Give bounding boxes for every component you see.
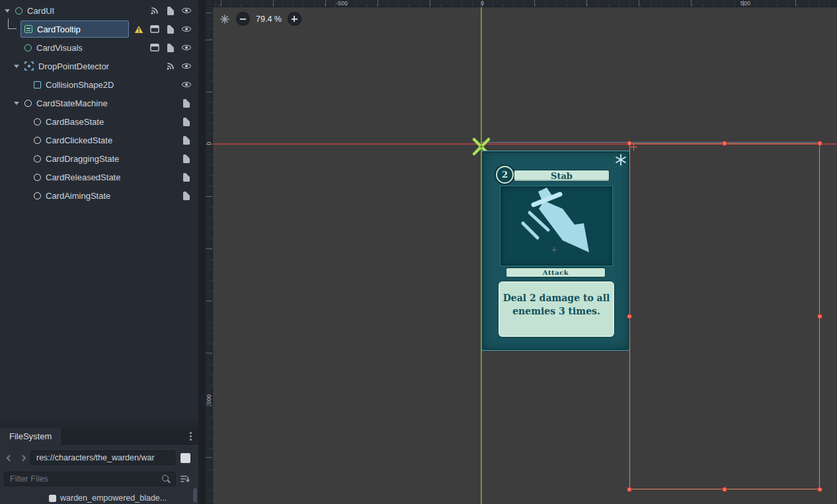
node-label: CardUI [27,6,54,16]
ruler-label: 0 [206,139,212,147]
node-label: CardStateMachine [36,98,108,108]
filesystem-scrollbar[interactable] [193,488,197,503]
vboxcontainer-node-icon [24,25,32,33]
scene-tree-panel: CardUI CardTooltip [0,0,198,420]
node-label: DropPointDetector [38,61,109,71]
card-art [500,186,613,266]
area2d-node-icon [24,61,34,71]
filter-files-input[interactable] [4,472,176,486]
node-label: CardBaseState [46,117,104,127]
tree-node-cardstatemachine[interactable]: CardStateMachine [0,94,198,112]
resize-handle-middle-right[interactable] [817,314,822,319]
tree-node-cardtooltip[interactable]: CardTooltip [0,20,198,38]
control-node-icon [15,7,22,15]
zoom-widget: 79.4 % [219,13,301,25]
tab-filesystem[interactable]: FileSystem [0,428,61,445]
filesystem-nav-row [3,450,196,466]
visibility-eye-icon[interactable] [181,61,192,71]
resize-handle-bottom-left[interactable] [627,487,632,492]
node-label: CardReleasedState [46,172,120,182]
2d-editor-region: -500 0 500 0 500 79.4 % [206,0,837,504]
signal-icon[interactable] [149,5,160,16]
script-icon[interactable] [181,135,192,145]
anchor-guide-line [481,142,820,143]
file-sort-button[interactable] [179,472,192,486]
resize-handle-middle-left[interactable] [627,314,632,319]
tree-node-cardclickedstate[interactable]: CardClickedState [0,131,198,149]
script-icon[interactable] [181,172,192,182]
script-icon[interactable] [165,42,176,53]
dock-vertical-splitter[interactable] [198,0,206,504]
toggle-split-mode-button[interactable] [180,453,190,463]
ruler-label: -500 [336,0,348,7]
collisionshape2d-node-icon [34,81,41,89]
node-label: CardDraggingState [46,154,119,164]
tree-node-cardui[interactable]: CardUI [0,1,198,20]
card-cost-value: 2 [502,170,508,180]
chevron-down-icon[interactable] [12,65,21,68]
card-cost-badge: 2 [496,166,514,184]
tree-node-cardreleasedstate[interactable]: CardReleasedState [0,168,198,186]
zoom-in-button[interactable] [288,13,301,25]
tree-node-cardaimingstate[interactable]: CardAimingState [0,186,198,205]
file-item-warden-empowered-blade[interactable]: warden_empowered_blade... [3,492,196,504]
visibility-eye-icon[interactable] [181,24,192,34]
zoom-out-button[interactable] [237,13,249,25]
resize-handle-top-center[interactable] [722,141,727,146]
ruler-top[interactable]: -500 0 500 [213,0,837,7]
resize-handle-top-left[interactable] [627,141,632,146]
script-icon[interactable] [181,190,192,201]
chevron-down-icon[interactable] [3,9,12,13]
group-icon[interactable] [149,42,160,53]
script-icon[interactable] [181,116,192,127]
search-icon [161,474,171,484]
tree-node-droppointdetector[interactable]: DropPointDetector [0,57,198,75]
script-icon[interactable] [181,98,192,108]
control-node-icon [24,44,32,52]
visibility-eye-icon[interactable] [181,42,192,53]
group-icon[interactable] [149,24,160,34]
warning-icon[interactable] [134,24,144,34]
dock-menu-dots-icon[interactable] [190,435,192,437]
tree-node-cardbasestate[interactable]: CardBaseState [0,112,198,131]
ruler-left[interactable]: 0 500 [206,7,213,504]
visibility-eye-icon[interactable] [181,5,192,16]
node-label: CardTooltip [37,24,81,34]
tree-node-cardvisuals[interactable]: CardVisuals [0,38,198,57]
tab-label: FileSystem [9,431,52,441]
snowflake-icon [615,154,627,166]
signal-icon[interactable] [165,61,176,71]
filesystem-panel: warden_empowered_blade... [0,445,198,504]
filesystem-tab-bar: FileSystem [0,428,198,445]
card-description-line: enemies 3 times. [498,305,614,318]
script-icon[interactable] [165,24,176,34]
script-icon[interactable] [165,5,176,16]
2d-viewport[interactable]: 79.4 % 2 Stab [213,7,837,504]
current-path-field[interactable] [30,450,175,465]
resize-handle-bottom-center[interactable] [722,487,727,492]
center-view-icon[interactable] [219,14,230,24]
resize-handle-top-right[interactable] [817,141,822,146]
script-icon[interactable] [181,153,192,164]
node-icon [34,118,41,126]
zoom-percent-label[interactable]: 79.4 % [256,15,282,24]
filesystem-filter-row [3,471,196,487]
tree-node-collisionshape2d[interactable]: CollisionShape2D [0,75,198,94]
visibility-eye-icon[interactable] [181,79,192,90]
card-description-line: Deal 2 damage to all [498,291,614,305]
left-dock-column: CardUI CardTooltip [0,0,198,504]
node-label: CardAimingState [46,191,110,201]
dock-splitter[interactable] [0,420,198,428]
node-icon [34,174,41,181]
card-type-text: Attack [543,269,569,276]
node-icon [34,192,41,199]
history-back-button[interactable] [4,452,15,464]
tree-node-carddraggingstate[interactable]: CardDraggingState [0,149,198,168]
history-forward-button[interactable] [17,452,28,464]
resize-handle-bottom-right[interactable] [817,487,822,492]
tree-connector-line [8,18,17,29]
dagger-art-icon [500,186,613,266]
node-label: CardClickedState [46,135,112,145]
file-name: warden_empowered_blade... [60,493,167,503]
chevron-down-icon[interactable] [12,102,21,105]
